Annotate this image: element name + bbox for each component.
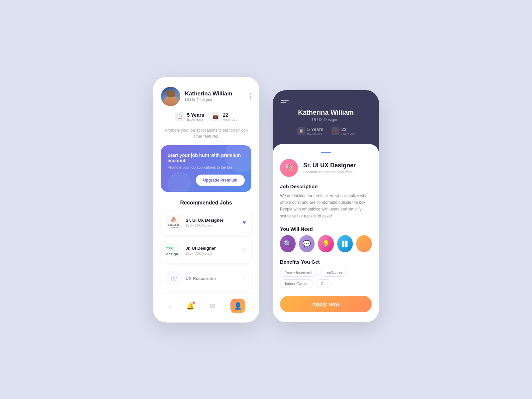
- ph2-experience-stat: 📋 5 Years Experience: [297, 127, 324, 135]
- home-icon: ⌂: [167, 302, 171, 310]
- ph2-jobs-value: 22: [341, 127, 355, 132]
- stats-row: 📋 5 Years Experience 💼 22 Apply Job: [161, 112, 251, 121]
- job-detail-header: 🍭 Sr. UI UX Designer Location: Bangalore…: [280, 159, 372, 177]
- jobs-label: Apply Job: [223, 118, 237, 121]
- experience-value: 5 Years: [187, 112, 204, 118]
- ph2-profile-title: UI UX Designer: [281, 117, 371, 122]
- skill-bulb-icon: 💡: [318, 235, 333, 252]
- ph2-experience-value: 5 Years: [307, 127, 324, 132]
- job-title-1: Sr. UI UX Designer: [186, 218, 238, 223]
- hamburger-line-1: [281, 100, 289, 101]
- benefit-yearly-increment: Yearly Increment: [280, 268, 317, 277]
- benefit-indoor-games: Indoor Games: [280, 279, 313, 288]
- job-detail-info: Sr. UI UX Designer Location: Bangalore &…: [303, 162, 356, 174]
- phone2-header: Katherina William UI UX Designer 📋 5 Yea…: [273, 90, 379, 152]
- promo-text: Promote your job applications to the top…: [161, 127, 251, 139]
- profile-header: Katherina William UI UX Designer: [161, 87, 251, 106]
- job-salary-2: $25k-30k/Month: [186, 251, 237, 255]
- phones-container: Katherina William UI UX Designer 📋 5 Yea…: [153, 77, 379, 323]
- profile-icon: 👤: [230, 299, 245, 313]
- ph2-jobs-label: Apply Job: [341, 132, 355, 135]
- nav-notifications[interactable]: 🔔: [186, 302, 195, 310]
- skill-extra-icon: [356, 235, 372, 252]
- experience-icon: 📋: [175, 112, 184, 121]
- like-button-2[interactable]: ♡: [241, 247, 246, 254]
- skill-chat-icon: 💬: [299, 235, 315, 252]
- ph2-jobs-stat: 💼 22 Apply Job: [332, 127, 355, 135]
- benefits-heading: Benefits You Get: [280, 259, 372, 265]
- premium-title: Start your job hunt with premium account: [168, 153, 245, 163]
- menu-dots-button[interactable]: [250, 93, 251, 99]
- premium-subtitle: Promote your job applications to the top: [168, 165, 245, 169]
- divider-line: [321, 152, 331, 153]
- benefit-extra: G...: [316, 279, 332, 288]
- job-detail-logo: 🍭: [280, 159, 298, 177]
- job-detail-location: Location: Bangalore & Mumbai: [303, 170, 356, 174]
- job-info-1: Sr. UI UX Designer $60k-70k/Month: [186, 218, 238, 227]
- job-title-2: Jr. UI Designer: [186, 246, 237, 251]
- jobs-icon: 💼: [211, 112, 220, 121]
- jobs-stat: 💼 22 Apply Job: [211, 112, 237, 121]
- job-salary-1: $60k-70k/Month: [186, 223, 238, 227]
- job-detail-title: Sr. UI UX Designer: [303, 162, 356, 169]
- job-info-2: Jr. UI Designer $25k-30k/Month: [186, 246, 237, 255]
- experience-stat: 📋 5 Years Experience: [175, 112, 204, 121]
- avatar: [161, 87, 180, 106]
- ph2-profile-name: Katherina William: [281, 109, 371, 116]
- job-card-3[interactable]: W UX Researcher ♡: [161, 266, 251, 291]
- experience-label: Experience: [187, 118, 204, 121]
- phone-1: Katherina William UI UX Designer 📋 5 Yea…: [153, 77, 259, 323]
- profile-info: Katherina William UI UX Designer: [185, 90, 245, 102]
- premium-banner: Start your job hunt with premium account…: [161, 145, 251, 192]
- nav-profile[interactable]: 👤: [230, 299, 245, 313]
- skill-adobe-icon: [337, 235, 353, 252]
- like-button-1[interactable]: ♥: [242, 219, 246, 226]
- like-button-3[interactable]: ♡: [241, 275, 246, 282]
- message-icon: ✉: [210, 302, 215, 310]
- ph2-stats-row: 📋 5 Years Experience 💼 22 Apply Job: [281, 127, 371, 135]
- phone-2: Katherina William UI UX Designer 📋 5 Yea…: [273, 90, 379, 323]
- bottom-nav: ⌂ 🔔 ✉ 👤: [153, 294, 259, 323]
- upgrade-premium-button[interactable]: Upgrade Premium: [196, 175, 245, 186]
- job-description-text: We are looking for freethinkers who visu…: [280, 193, 372, 220]
- recommended-title: Recommended Jobs: [161, 200, 251, 206]
- nav-home[interactable]: ⌂: [167, 302, 171, 310]
- you-will-need-heading: You Will Need: [280, 226, 372, 232]
- phone2-content: 🍭 Sr. UI UX Designer Location: Bangalore…: [273, 144, 379, 323]
- profile-name: Katherina William: [185, 90, 245, 97]
- benefit-tea-coffee: Tea/Coffee: [320, 268, 347, 277]
- ph2-experience-icon: 📋: [297, 127, 305, 135]
- skill-search-icon: 🔍: [280, 235, 296, 252]
- job-card-2[interactable]: frog design Jr. UI Designer $25k-30k/Mon…: [161, 238, 251, 263]
- skills-row: 🔍 💬 💡: [280, 235, 372, 252]
- job-info-3: UX Researcher: [186, 276, 237, 281]
- jobs-value: 22: [223, 112, 237, 118]
- wander-logo: W: [166, 271, 182, 286]
- frog-logo: frog design: [166, 243, 182, 258]
- job-card-1[interactable]: 🍭 LOLLYPOPDESIGN Sr. UI UX Designer $60k…: [161, 210, 251, 235]
- hamburger-menu[interactable]: [281, 100, 371, 103]
- lollypop-logo: 🍭 LOLLYPOPDESIGN: [166, 215, 182, 230]
- benefits-row: Yearly Increment Tea/Coffee Indoor Games…: [280, 268, 372, 288]
- ph2-jobs-icon: 💼: [332, 127, 339, 135]
- profile-title: UI UX Designer: [185, 98, 245, 102]
- bell-icon: 🔔: [186, 302, 195, 310]
- notifications-badge: 🔔: [186, 302, 195, 310]
- nav-messages[interactable]: ✉: [210, 302, 215, 310]
- job-description-heading: Job Description: [280, 184, 372, 189]
- apply-now-button[interactable]: Apply Now: [280, 296, 372, 312]
- ph2-experience-label: Experience: [307, 132, 324, 135]
- hamburger-line-2: [281, 102, 286, 103]
- job-title-3: UX Researcher: [186, 276, 237, 281]
